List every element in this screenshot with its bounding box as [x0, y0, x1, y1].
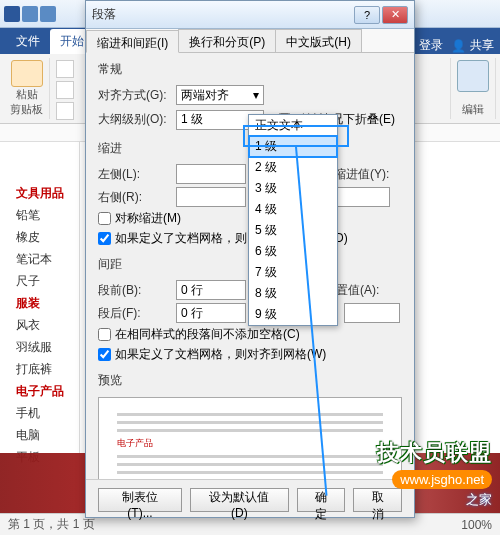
word-icon [4, 6, 20, 22]
preview-box: 电子产品 [98, 397, 402, 479]
outline-option[interactable]: 4 级 [249, 199, 337, 220]
close-button[interactable]: ✕ [382, 6, 408, 24]
nav-item[interactable]: 文具用品 [16, 182, 71, 204]
find-button[interactable] [457, 60, 489, 92]
undo-icon[interactable] [40, 6, 56, 22]
indent-left-label: 左侧(L): [98, 166, 170, 183]
outline-option[interactable]: 8 级 [249, 283, 337, 304]
indent-by-label: 缩进值(Y): [334, 166, 390, 183]
nav-item[interactable]: 服装 [16, 292, 71, 314]
nav-item[interactable]: 电子产品 [16, 380, 71, 402]
set-default-button[interactable]: 设为默认值(D) [190, 488, 289, 512]
indent-right-label: 右侧(R): [98, 189, 170, 206]
outline-option[interactable]: 9 级 [249, 304, 337, 325]
indent-by-input[interactable] [334, 187, 390, 207]
auto-right-indent-checkbox[interactable] [98, 232, 111, 245]
outline-level-dropdown: 正文文本 1 级 2 级 3 级 4 级 5 级 6 级 7 级 8 级 9 级 [248, 114, 338, 326]
tab-line-page[interactable]: 换行和分页(P) [178, 29, 276, 52]
tabs-button[interactable]: 制表位(T)... [98, 488, 182, 512]
outline-option[interactable]: 5 级 [249, 220, 337, 241]
nav-item[interactable]: 尺子 [16, 270, 71, 292]
nav-item[interactable]: 打底裤 [16, 358, 71, 380]
ok-button[interactable]: 确定 [297, 488, 346, 512]
paste-button[interactable] [11, 60, 43, 87]
mirror-indent-checkbox[interactable] [98, 212, 111, 225]
watermark: 技术员联盟 www.jsgho.net 之家 [377, 438, 492, 509]
alignment-label: 对齐方式(G): [98, 87, 170, 104]
at-input[interactable] [344, 303, 400, 323]
outline-option[interactable]: 正文文本 [249, 115, 337, 136]
indent-right-input[interactable] [176, 187, 246, 207]
paste-label: 粘贴 [16, 87, 38, 102]
nav-item[interactable]: 羽绒服 [16, 336, 71, 358]
dialog-title: 段落 [92, 6, 116, 23]
no-space-same-style-checkbox[interactable] [98, 328, 111, 341]
group-indent: 缩进 [98, 140, 122, 157]
group-spacing: 间距 [98, 256, 122, 273]
nav-item[interactable]: 橡皮 [16, 226, 71, 248]
space-before-input[interactable]: 0 行 [176, 280, 246, 300]
nav-item[interactable]: 风衣 [16, 314, 71, 336]
save-icon[interactable] [22, 6, 38, 22]
outline-option[interactable]: 7 级 [249, 262, 337, 283]
outline-option[interactable]: 1 级 [249, 136, 337, 157]
zoom-level[interactable]: 100% [461, 518, 492, 532]
nav-item[interactable]: 手机 [16, 402, 71, 424]
format-painter-icon[interactable] [56, 102, 74, 120]
tab-indent-spacing[interactable]: 缩进和间距(I) [86, 30, 179, 53]
outline-option[interactable]: 2 级 [249, 157, 337, 178]
tab-cjk[interactable]: 中文版式(H) [275, 29, 362, 52]
snap-to-grid-checkbox[interactable] [98, 348, 111, 361]
login-button[interactable]: 登录 [419, 37, 443, 54]
outline-option[interactable]: 6 级 [249, 241, 337, 262]
group-preview: 预览 [98, 372, 122, 389]
nav-item[interactable]: 铅笔 [16, 204, 71, 226]
space-after-label: 段后(F): [98, 305, 170, 322]
nav-item[interactable]: 笔记本 [16, 248, 71, 270]
help-button[interactable]: ? [354, 6, 380, 24]
space-after-input[interactable]: 0 行 [176, 303, 246, 323]
nav-item[interactable]: 电脑 [16, 424, 71, 446]
indent-left-input[interactable] [176, 164, 246, 184]
cut-icon[interactable] [56, 60, 74, 78]
tab-file[interactable]: 文件 [6, 29, 50, 54]
group-general: 常规 [98, 61, 122, 78]
alignment-select[interactable]: 两端对齐▾ [176, 85, 264, 105]
outline-option[interactable]: 3 级 [249, 178, 337, 199]
page-indicator: 第 1 页，共 1 页 [8, 516, 95, 533]
space-before-label: 段前(B): [98, 282, 170, 299]
outline-level-label: 大纲级别(O): [98, 111, 170, 128]
share-button[interactable]: 👤共享 [451, 37, 494, 54]
copy-icon[interactable] [56, 81, 74, 99]
